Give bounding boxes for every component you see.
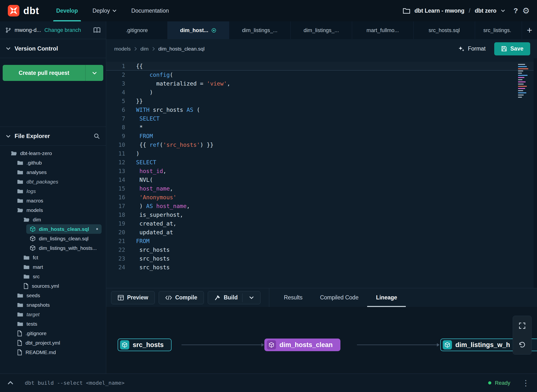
editor-tab[interactable]: src_listings. [475, 21, 522, 39]
tree-item-analyses[interactable]: analyses [14, 167, 102, 177]
folder-icon [17, 160, 23, 166]
compile-button[interactable]: Compile [159, 291, 204, 304]
tree-item-dim-listings-with-hosts-[interactable]: dim_listings_with_hosts... [26, 243, 102, 253]
tab-lineage[interactable]: Lineage [367, 288, 406, 307]
change-branch-link[interactable]: Change branch [44, 27, 81, 33]
status-area: Ready ⋮ [488, 378, 530, 388]
editor-tab[interactable]: dim_listings_... [229, 21, 291, 39]
docs-book-icon[interactable] [93, 27, 101, 33]
code-line[interactable]: 8 * [106, 123, 537, 132]
code-line[interactable]: 6WITH src_hosts AS ( [106, 105, 537, 114]
code-line[interactable]: 21FROM [106, 237, 537, 245]
code-line[interactable]: 19 created_at, [106, 219, 537, 228]
build-dropdown-button[interactable] [246, 296, 254, 299]
editor-tab[interactable]: dim_host... [168, 21, 229, 39]
code-line[interactable]: 3 materialized = 'view', [106, 79, 537, 88]
format-button[interactable]: Format [458, 45, 485, 52]
code-line[interactable]: 22 src_hosts [106, 245, 537, 254]
code-editor[interactable]: 1{{2 config(3 materialized = 'view',4 )5… [106, 58, 537, 288]
code-line[interactable]: 23 src_hosts [106, 254, 537, 263]
lineage-node-src-hosts[interactable]: src_hosts [118, 339, 172, 351]
code-line[interactable]: 7 SELECT [106, 114, 537, 123]
tab-compiled-code[interactable]: Compiled Code [311, 288, 367, 307]
tree-item-dbt-packages[interactable]: dbt_packages [14, 177, 102, 186]
chevron-down-icon[interactable] [501, 9, 505, 12]
code-line[interactable]: 10 {{ ref('src_hosts') }} [106, 140, 537, 149]
editor-tab[interactable]: .gitignore [106, 21, 168, 39]
help-icon[interactable]: ? [513, 7, 518, 15]
file-explorer-header[interactable]: File Explorer [0, 127, 106, 146]
reset-view-undo-icon[interactable] [516, 338, 529, 351]
tree-item-fct[interactable]: fct [20, 253, 102, 262]
tree-item-snapshots[interactable]: snapshots [14, 300, 102, 310]
editor-tab[interactable]: mart_fullmo... [352, 21, 414, 39]
save-button[interactable]: Save [494, 42, 530, 55]
file-tree: dbt-learn-zero.githubanalysesdbt_package… [0, 146, 106, 357]
version-control-header[interactable]: Version Control [0, 39, 106, 58]
breadcrumb-models[interactable]: models [114, 46, 131, 52]
editor-tab[interactable]: dim_listings_... [291, 21, 352, 39]
pr-dropdown-button[interactable] [85, 65, 103, 81]
lineage-panel[interactable]: src_hosts dim_hosts_clean dim_listings_w… [106, 307, 537, 374]
tree-item-dbt-project-yml[interactable]: dbt_project.yml [14, 338, 102, 348]
tree-item--gitignore[interactable]: .gitignore [14, 329, 102, 338]
code-line[interactable]: 1{{ [106, 62, 537, 70]
folder-icon [17, 170, 23, 175]
tree-item-tests[interactable]: tests [14, 319, 102, 329]
nav-develop[interactable]: Develop [49, 0, 85, 21]
code-line[interactable]: 16 'Anonymous' [106, 193, 537, 202]
new-tab-button[interactable]: + [522, 21, 537, 39]
code-line[interactable]: 12SELECT [106, 158, 537, 167]
dbt-logo[interactable]: dbt [7, 4, 39, 17]
code-line[interactable]: 14 NVL( [106, 175, 537, 184]
create-pull-request-button[interactable]: Create pull request [3, 65, 103, 81]
tree-item--github[interactable]: .github [14, 158, 102, 167]
build-button[interactable]: Build [208, 291, 261, 304]
code-line[interactable]: 15 host_name, [106, 184, 537, 193]
code-line[interactable]: 2 config( [106, 70, 537, 79]
tree-item-logs[interactable]: logs [14, 186, 102, 196]
code-line[interactable]: 5}} [106, 97, 537, 105]
nav-documentation[interactable]: Documentation [124, 0, 176, 21]
lineage-node-dim-hosts-clean[interactable]: dim_hosts_clean [264, 339, 340, 351]
preview-button[interactable]: Preview [111, 291, 155, 304]
tree-item-models[interactable]: models [14, 205, 102, 215]
kebab-menu-icon[interactable]: ⋮ [522, 378, 530, 388]
code-line[interactable]: 13 host_id, [106, 167, 537, 175]
code-line[interactable]: 11) [106, 149, 537, 158]
minimap[interactable] [518, 63, 531, 99]
tree-item-label: target [26, 312, 40, 317]
chevron-up-icon[interactable] [7, 381, 14, 385]
tree-item-dim-hosts-clean-sql[interactable]: dim_hosts_clean.sql• [26, 224, 102, 234]
tree-item-readme-md[interactable]: README.md [14, 348, 102, 357]
node-label: dim_listings_w_h [455, 341, 510, 349]
environment-selector[interactable]: dbt zero [475, 8, 496, 14]
editor-scrollbar[interactable] [534, 58, 537, 288]
tree-item-dim[interactable]: dim [20, 215, 102, 224]
code-line[interactable]: 9 FROM [106, 132, 537, 140]
code-line[interactable]: 20 updated_at [106, 228, 537, 237]
nav-deploy[interactable]: Deploy [85, 0, 124, 21]
settings-gear-icon[interactable]: ⚙ [522, 6, 530, 16]
code-line[interactable]: 17 ) AS host_name, [106, 202, 537, 210]
breadcrumb-dim[interactable]: dim [140, 46, 149, 52]
code-line[interactable]: 4 ) [106, 88, 537, 97]
tree-item-mart[interactable]: mart [20, 262, 102, 272]
code-line[interactable]: 24 src_hosts [106, 263, 537, 272]
file-icon [17, 330, 22, 337]
tree-item-sources-yml[interactable]: sources.yml [20, 281, 102, 291]
tree-item-src[interactable]: src [20, 272, 102, 281]
tree-item-target[interactable]: target [14, 310, 102, 319]
tree-item-macros[interactable]: macros [14, 196, 102, 205]
editor-tab[interactable]: src_hosts.sql [414, 21, 475, 39]
tree-item-dbt-learn-zero[interactable]: dbt-learn-zero [7, 148, 102, 158]
fullscreen-icon[interactable] [516, 319, 529, 332]
code-line[interactable]: 18 is_superhost, [106, 210, 537, 219]
tab-results[interactable]: Results [275, 288, 311, 307]
tree-item-seeds[interactable]: seeds [14, 291, 102, 300]
command-input[interactable]: dbt build --select <model_name> [25, 380, 125, 386]
tree-item-dim-listings-clean-sql[interactable]: dim_listings_clean.sql [26, 234, 102, 243]
search-icon[interactable] [94, 133, 100, 139]
command-bar: dbt build --select <model_name> Ready ⋮ [0, 374, 537, 392]
project-name[interactable]: dbt Learn - mwong [415, 8, 465, 14]
